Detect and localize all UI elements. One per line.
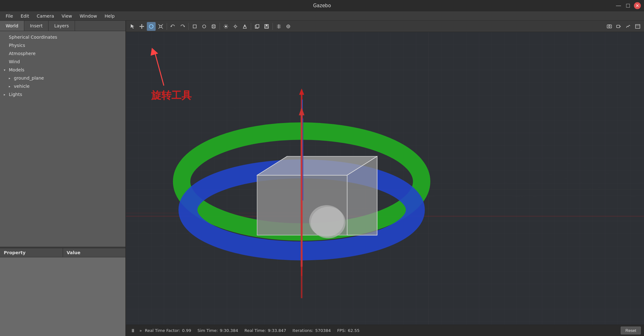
- tree-arrow: ▸: [9, 76, 12, 80]
- svg-point-20: [212, 27, 215, 28]
- tab-insert[interactable]: Insert: [24, 21, 49, 31]
- toolbar-sep-4: [251, 23, 251, 30]
- spotlight-button[interactable]: [240, 22, 249, 31]
- left-panel: World Insert Layers Spherical Coordinate…: [0, 21, 126, 336]
- svg-line-27: [227, 25, 228, 25]
- main-layout: World Insert Layers Spherical Coordinate…: [0, 21, 644, 336]
- cylinder-button[interactable]: [209, 22, 218, 31]
- app-title: Gazebo: [313, 3, 331, 8]
- menu-edit[interactable]: Edit: [17, 13, 32, 20]
- tab-bar: World Insert Layers: [0, 21, 125, 31]
- tree-item-wind[interactable]: Wind: [0, 58, 125, 66]
- viewport-3d[interactable]: 旋转工具: [126, 32, 644, 325]
- forward-button[interactable]: »: [138, 328, 143, 333]
- extra-button[interactable]: [633, 22, 642, 31]
- toolbar: [126, 21, 644, 32]
- menu-window[interactable]: Window: [77, 13, 100, 20]
- tree-item-lights[interactable]: ▸ Lights: [0, 90, 125, 98]
- svg-line-26: [224, 25, 225, 25]
- pause-button[interactable]: ⏸: [129, 327, 136, 334]
- world-tree: Spherical Coordinates Physics Atmosphere…: [0, 31, 125, 247]
- tree-item-atmosphere[interactable]: Atmosphere: [0, 49, 125, 58]
- property-col-property: Property: [0, 248, 63, 257]
- property-panel: Property Value: [0, 248, 125, 336]
- window-controls: — ☐ ✕: [615, 2, 641, 9]
- svg-marker-5: [143, 26, 144, 27]
- property-body: [0, 257, 125, 336]
- rotate-tool-button[interactable]: [147, 22, 156, 31]
- svg-line-29: [227, 27, 228, 28]
- view-snap-button[interactable]: [284, 22, 293, 31]
- close-button[interactable]: ✕: [634, 2, 641, 9]
- toolbar-sep-2: [188, 23, 189, 30]
- reset-button[interactable]: Reset: [621, 327, 641, 334]
- chart-button[interactable]: [624, 22, 633, 31]
- svg-point-6: [149, 25, 153, 28]
- tree-arrow: ▸: [9, 85, 12, 88]
- svg-rect-8: [160, 25, 162, 27]
- real-time-factor-label: Real Time Factor:: [145, 328, 180, 333]
- tree-arrow: ▾: [4, 68, 7, 72]
- svg-point-17: [212, 25, 215, 26]
- screenshot-button[interactable]: [605, 22, 614, 31]
- svg-point-16: [203, 25, 206, 28]
- real-time-value: 9:33.847: [268, 328, 286, 333]
- tab-layers[interactable]: Layers: [49, 21, 75, 31]
- svg-marker-35: [244, 24, 246, 26]
- svg-line-28: [224, 27, 225, 28]
- box-button[interactable]: [190, 22, 199, 31]
- pointlight-button[interactable]: [231, 22, 240, 31]
- tree-label: ground_plane: [14, 76, 44, 81]
- svg-rect-49: [607, 25, 612, 28]
- svg-marker-3: [141, 28, 142, 29]
- undo-button[interactable]: [169, 22, 177, 31]
- record-button[interactable]: [614, 22, 623, 31]
- sim-time-label: Sim Time:: [198, 328, 218, 333]
- tab-world[interactable]: World: [0, 21, 24, 31]
- svg-marker-4: [139, 26, 141, 27]
- viewport-panel: 旋转工具 ⏸ » Real Time Factor: 0.99 Sim Time…: [126, 21, 644, 336]
- select-mode-button[interactable]: [128, 22, 137, 31]
- toolbar-sep-5: [273, 23, 273, 30]
- svg-rect-54: [635, 25, 640, 28]
- scale-tool-button[interactable]: [156, 22, 165, 31]
- tree-item-models[interactable]: ▾ Models: [0, 66, 125, 74]
- tree-label: vehicle: [14, 84, 30, 89]
- svg-marker-69: [299, 88, 304, 95]
- toolbar-right: [605, 22, 642, 31]
- svg-rect-92: [126, 59, 644, 182]
- svg-line-12: [162, 27, 163, 29]
- maximize-button[interactable]: ☐: [624, 2, 631, 9]
- menu-file[interactable]: File: [3, 13, 16, 20]
- sphere-button[interactable]: [200, 22, 209, 31]
- tree-item-vehicle[interactable]: ▸ vehicle: [0, 82, 125, 90]
- tree-label: Atmosphere: [9, 51, 36, 56]
- translate-tool-button[interactable]: [137, 22, 146, 31]
- iterations-label: Iterations:: [292, 328, 313, 333]
- titlebar: Gazebo — ☐ ✕: [0, 0, 644, 11]
- menu-camera[interactable]: Camera: [34, 13, 57, 20]
- svg-point-87: [309, 205, 344, 237]
- minimize-button[interactable]: —: [615, 2, 622, 9]
- menu-view[interactable]: View: [59, 13, 75, 20]
- save-button[interactable]: [262, 22, 271, 31]
- menubar: File Edit Camera View Window Help: [0, 11, 644, 21]
- redo-button[interactable]: [178, 22, 187, 31]
- menu-help[interactable]: Help: [101, 13, 118, 20]
- tree-item-physics[interactable]: Physics: [0, 41, 125, 49]
- tree-label: Models: [9, 67, 24, 72]
- align-button[interactable]: [274, 22, 283, 31]
- sim-time-value: 9:30.384: [220, 328, 238, 333]
- svg-rect-38: [256, 25, 259, 28]
- svg-marker-89: [299, 107, 304, 115]
- svg-marker-14: [183, 25, 185, 27]
- tree-item-spherical-coordinates[interactable]: Spherical Coordinates: [0, 33, 125, 41]
- iterations-value: 570384: [315, 328, 331, 333]
- tree-item-ground-plane[interactable]: ▸ ground_plane: [0, 74, 125, 82]
- svg-rect-15: [193, 25, 196, 28]
- sun-button[interactable]: [221, 22, 230, 31]
- tree-label: Spherical Coordinates: [9, 35, 57, 40]
- svg-marker-36: [243, 26, 246, 28]
- copy-button[interactable]: [253, 22, 262, 31]
- tree-arrow: ▸: [4, 93, 7, 96]
